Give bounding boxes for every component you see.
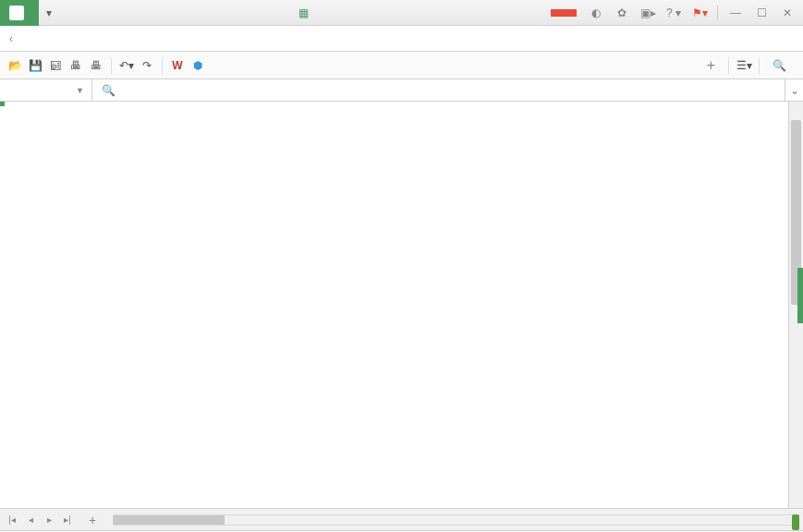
- watermark: [792, 515, 799, 529]
- separator: [111, 57, 112, 74]
- skin-icon[interactable]: ◐: [584, 3, 608, 23]
- toolbar: 📂 💾 🗟 🖶 🖶 ↶▾ ↷ W ⬢ + ☰▾ 🔍: [0, 52, 803, 79]
- login-button[interactable]: [551, 9, 577, 17]
- redo-icon[interactable]: ↷: [138, 56, 156, 75]
- menu-chevron-icon[interactable]: ‹: [6, 32, 17, 45]
- notification-icon[interactable]: ⚑▾: [687, 3, 712, 23]
- close-button[interactable]: ✕: [775, 3, 799, 23]
- file-icon: ▦: [298, 6, 309, 19]
- tab-list-icon[interactable]: ☰▾: [735, 56, 753, 75]
- name-box-dropdown-icon[interactable]: ▼: [76, 86, 84, 95]
- active-cell-outline: [0, 102, 4, 105]
- minimize-button[interactable]: —: [724, 3, 748, 23]
- print-icon[interactable]: 🖶: [67, 56, 85, 75]
- spreadsheet-grid: [0, 102, 803, 508]
- formula-bar: ▼ 🔍 ⌄: [0, 79, 803, 102]
- maximize-button[interactable]: ☐: [749, 3, 773, 23]
- sheet-tab-bar: |◂ ◂ ▸ ▸| +: [0, 508, 803, 530]
- menu-bar: ‹: [0, 26, 803, 52]
- app-dropdown-icon[interactable]: ▾: [39, 6, 59, 19]
- app-logo-icon: [9, 6, 24, 20]
- sheet-first-icon[interactable]: |◂: [4, 512, 20, 528]
- sheet-nav: |◂ ◂ ▸ ▸|: [0, 512, 79, 528]
- separator: [759, 57, 760, 74]
- open-icon[interactable]: 📂: [6, 56, 24, 75]
- add-tab-button[interactable]: +: [700, 57, 723, 74]
- cell-reference-input[interactable]: [7, 84, 63, 97]
- formula-input[interactable]: [134, 79, 785, 101]
- cube-icon[interactable]: ⬢: [189, 56, 207, 75]
- save-icon[interactable]: 💾: [26, 56, 44, 75]
- add-sheet-button[interactable]: +: [79, 513, 105, 527]
- settings-icon[interactable]: ✿: [610, 3, 634, 23]
- side-panel-handle[interactable]: [797, 268, 803, 323]
- name-box[interactable]: ▼: [0, 79, 92, 101]
- app-badge[interactable]: [0, 0, 39, 26]
- separator: [162, 57, 163, 74]
- fill-handle[interactable]: [0, 102, 5, 106]
- print-preview-icon[interactable]: 🗟: [46, 56, 65, 75]
- title-bar-controls: ◐ ✿ ▣▸ ? ▾ ⚑▾ — ☐ ✕: [584, 3, 803, 23]
- search-icon: 🔍: [773, 59, 786, 72]
- watermark-e-icon: [792, 514, 799, 530]
- feedback-icon[interactable]: ▣▸: [636, 3, 660, 23]
- document-title: ▦: [59, 6, 551, 19]
- undo-icon[interactable]: ↶▾: [117, 56, 136, 75]
- separator: [717, 6, 718, 20]
- separator: [728, 57, 729, 74]
- sheet-next-icon[interactable]: ▸: [41, 512, 57, 528]
- sheet-last-icon[interactable]: ▸|: [59, 512, 76, 528]
- hscroll-thumb[interactable]: [114, 515, 225, 525]
- formula-expand-icon[interactable]: ⌄: [785, 79, 803, 101]
- help-icon[interactable]: ? ▾: [662, 3, 686, 23]
- search-command[interactable]: 🔍: [765, 59, 797, 72]
- print-direct-icon[interactable]: 🖶: [87, 56, 105, 75]
- search-fx-icon[interactable]: 🔍: [102, 84, 116, 97]
- sheet-prev-icon[interactable]: ◂: [22, 512, 39, 528]
- title-bar: ▾ ▦ ◐ ✿ ▣▸ ? ▾ ⚑▾ — ☐ ✕: [0, 0, 803, 26]
- horizontal-scrollbar[interactable]: [113, 514, 796, 526]
- wps-w-icon[interactable]: W: [168, 56, 187, 75]
